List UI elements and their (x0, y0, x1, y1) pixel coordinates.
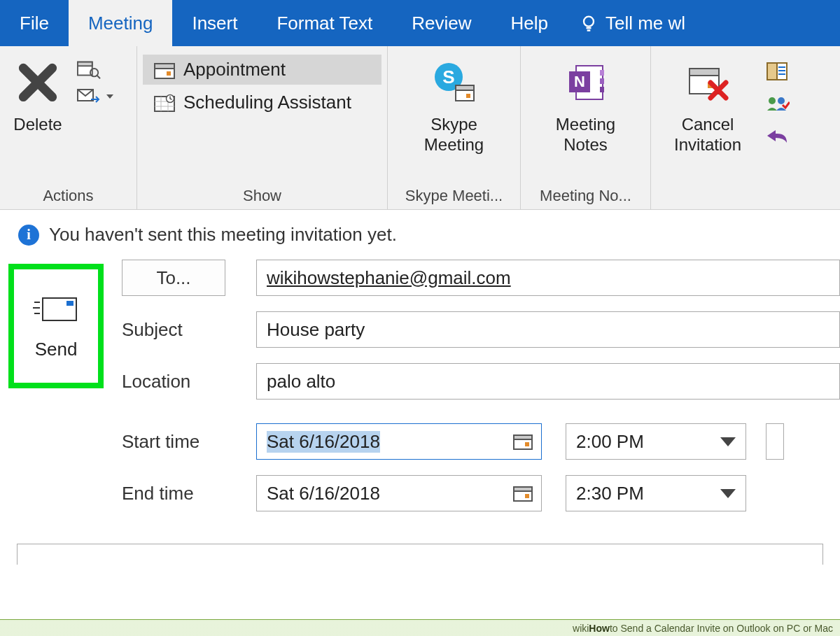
to-input[interactable]: wikihowstephanie@gmail.com (256, 260, 840, 296)
send-button[interactable]: Send (33, 292, 79, 360)
people-check-icon (766, 95, 790, 113)
start-date-input[interactable]: Sat 6/16/2018 (256, 423, 542, 460)
end-time-row: End time Sat 6/16/2018 2:30 PM (122, 475, 840, 511)
subject-input[interactable]: House party (256, 311, 840, 348)
tell-me-search[interactable]: Tell me wl (568, 0, 685, 46)
tab-meeting[interactable]: Meeting (69, 0, 173, 46)
end-date-input[interactable]: Sat 6/16/2018 (256, 475, 542, 511)
reply-arrow-icon (766, 127, 790, 146)
appointment-icon (154, 61, 175, 79)
scheduling-assistant-button[interactable]: Scheduling Assistant (143, 87, 382, 118)
actions-small-column (74, 50, 116, 108)
svg-rect-20 (600, 87, 604, 92)
tab-insert[interactable]: Insert (172, 0, 257, 46)
location-input[interactable]: palo alto (256, 363, 840, 400)
calendar-search-button[interactable] (74, 57, 116, 81)
skype-label-1: Skype (430, 115, 477, 135)
cancel-invitation-icon (685, 62, 730, 104)
ribbon-group-attendees: Cancel Invitation (651, 46, 840, 209)
to-row: To... wikihowstephanie@gmail.com (122, 260, 840, 296)
delete-x-icon (16, 61, 59, 104)
svg-rect-24 (767, 63, 777, 80)
start-time-label: Start time (122, 431, 241, 453)
onenote-icon: N (565, 62, 607, 104)
appointment-view-button[interactable]: Appointment (143, 55, 382, 85)
attendees-small-column (763, 50, 792, 147)
skype-group-label: Skype Meeti... (393, 184, 514, 206)
dropdown-caret-icon (106, 94, 113, 99)
send-envelope-icon (33, 292, 79, 325)
svg-rect-2 (78, 62, 92, 66)
ribbon: Delete Actions Appointment Sche (0, 46, 840, 210)
check-names-button[interactable] (763, 94, 792, 115)
form-fields: To... wikihowstephanie@gmail.com Subject… (104, 260, 840, 527)
cancel-invitation-button[interactable]: Cancel Invitation (657, 50, 759, 160)
calendar-picker-icon[interactable] (513, 433, 533, 450)
skype-label-2: Meeting (424, 135, 484, 155)
wikihow-prefix: wiki (573, 623, 589, 634)
send-label: Send (35, 339, 78, 360)
location-row: Location palo alto (122, 363, 840, 400)
svg-rect-19 (600, 78, 604, 84)
forward-mail-icon (77, 87, 101, 106)
subject-value: House party (267, 319, 365, 341)
svg-rect-32 (525, 442, 529, 446)
end-time-value: 2:30 PM (576, 483, 644, 504)
svg-point-26 (769, 97, 776, 104)
message-body-input[interactable] (17, 544, 823, 565)
end-date-value: Sat 6/16/2018 (267, 483, 380, 504)
location-value: palo alto (267, 371, 335, 393)
end-time-input[interactable]: 2:30 PM (566, 475, 746, 511)
forward-button[interactable] (74, 85, 116, 108)
dropdown-caret-icon (720, 489, 736, 498)
tell-me-label: Tell me wl (606, 13, 685, 34)
svg-point-27 (778, 97, 785, 104)
svg-rect-7 (167, 71, 171, 76)
info-icon: i (18, 225, 39, 246)
svg-rect-22 (690, 69, 719, 76)
actions-group-label: Actions (6, 184, 131, 206)
appointment-label: Appointment (183, 59, 286, 80)
tab-help[interactable]: Help (491, 0, 567, 46)
notes-label-1: Meeting (556, 115, 615, 135)
send-highlight-box: Send (8, 264, 104, 388)
start-time-row: Start time Sat 6/16/2018 2:00 PM (122, 423, 840, 460)
calendar-picker-icon[interactable] (513, 485, 533, 502)
delete-label: Delete (13, 115, 62, 135)
svg-rect-34 (514, 487, 532, 491)
notes-label-2: Notes (564, 135, 608, 155)
info-bar: i You haven't sent this meeting invitati… (0, 210, 840, 255)
svg-text:N: N (574, 73, 585, 90)
all-day-checkbox-partial[interactable] (766, 423, 784, 460)
start-time-value: 2:00 PM (576, 431, 644, 453)
subject-label: Subject (122, 319, 241, 341)
svg-rect-35 (525, 494, 529, 498)
wikihow-bold: How (589, 623, 610, 634)
cancel-label-2: Invitation (674, 135, 741, 155)
ribbon-tabs: File Meeting Insert Format Text Review H… (0, 0, 840, 46)
ribbon-group-skype: S Skype Meeting Skype Meeti... (388, 46, 521, 209)
show-group-label: Show (143, 184, 382, 206)
response-options-button[interactable] (763, 126, 792, 147)
dropdown-caret-icon (720, 437, 736, 446)
lightbulb-icon (579, 13, 598, 33)
ribbon-group-meeting-notes: N Meeting Notes Meeting No... (521, 46, 651, 209)
scheduling-label: Scheduling Assistant (183, 92, 351, 113)
start-date-value: Sat 6/16/2018 (267, 431, 380, 453)
to-button[interactable]: To... (122, 260, 225, 296)
scheduling-icon (154, 94, 175, 112)
address-book-button[interactable] (763, 60, 792, 83)
tab-format-text[interactable]: Format Text (257, 0, 392, 46)
skype-meeting-button[interactable]: S Skype Meeting (412, 50, 496, 160)
svg-rect-31 (514, 435, 532, 439)
svg-point-0 (584, 17, 594, 27)
ribbon-group-show: Appointment Scheduling Assistant Show (137, 46, 388, 209)
tab-file[interactable]: File (0, 0, 69, 46)
attendees-group-label (657, 202, 834, 206)
subject-row: Subject House party (122, 311, 840, 348)
start-time-input[interactable]: 2:00 PM (566, 423, 746, 460)
address-book-icon (766, 62, 790, 81)
meeting-notes-button[interactable]: N Meeting Notes (544, 50, 628, 160)
tab-review[interactable]: Review (392, 0, 491, 46)
delete-button[interactable]: Delete (6, 50, 70, 139)
